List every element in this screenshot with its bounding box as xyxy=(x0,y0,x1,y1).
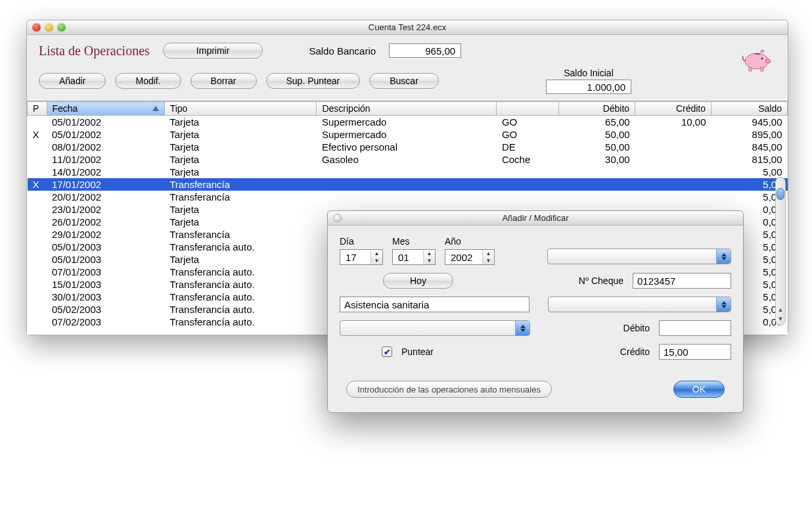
cell-fecha: 05/01/2002 xyxy=(47,116,164,129)
scroll-up-icon[interactable]: ▲ xyxy=(777,305,784,314)
subcategory-dropdown[interactable] xyxy=(340,320,530,336)
ok-button[interactable]: OK xyxy=(673,381,725,398)
stepper-up-icon[interactable]: ▲ xyxy=(371,250,382,257)
svg-rect-5 xyxy=(755,53,760,55)
cell-desc: Supermercado xyxy=(317,128,497,141)
col-tipo[interactable]: Tipo xyxy=(164,102,317,116)
scroll-thumb[interactable] xyxy=(777,188,784,200)
puntear-checkbox[interactable]: ✔ xyxy=(382,347,392,357)
cell-desc xyxy=(317,166,497,178)
col-fecha-label: Fecha xyxy=(53,103,78,114)
zoom-icon[interactable] xyxy=(57,23,66,32)
initial-balance-value[interactable]: 1.000,00 xyxy=(546,80,631,94)
col-fecha[interactable]: Fecha xyxy=(47,102,164,116)
cell-cat: Coche xyxy=(497,153,559,166)
delete-button[interactable]: Borrar xyxy=(191,73,257,89)
minimize-icon[interactable] xyxy=(45,23,53,32)
cell-fecha: 08/01/2002 xyxy=(47,141,164,153)
dialog-title: Añadir / Modificar xyxy=(328,213,743,223)
cheque-input[interactable] xyxy=(633,273,731,289)
year-input[interactable] xyxy=(449,251,482,264)
cell-p xyxy=(28,266,47,278)
cell-p xyxy=(28,303,47,316)
cell-deb xyxy=(559,191,635,203)
bank-balance-label: Saldo Bancario xyxy=(309,45,376,57)
table-row[interactable]: 14/01/2002Tarjeta5,00 xyxy=(28,166,788,178)
col-p[interactable]: P xyxy=(28,102,47,116)
col-cat[interactable] xyxy=(497,102,559,116)
vertical-scrollbar[interactable]: ▲ ▼ xyxy=(775,177,786,325)
description-input[interactable] xyxy=(340,297,530,312)
search-button[interactable]: Buscar xyxy=(369,73,439,89)
table-row[interactable]: X17/01/2002Transferancía5,00 xyxy=(28,178,788,191)
cell-p: X xyxy=(28,128,47,141)
cell-cred xyxy=(635,153,711,166)
cell-fecha: 17/01/2002 xyxy=(47,178,164,191)
dialog-close-icon[interactable] xyxy=(333,214,342,222)
table-row[interactable]: 20/01/2002Transferancía5,00 xyxy=(28,191,788,203)
table-row[interactable]: X05/01/2002TarjetaSupermercadoGO50,00895… xyxy=(28,128,788,141)
sup-puntear-button[interactable]: Sup. Puntear xyxy=(266,73,361,89)
year-label: Año xyxy=(445,236,461,247)
col-debito[interactable]: Débito xyxy=(559,102,635,116)
svg-rect-4 xyxy=(761,68,763,71)
table-row[interactable]: 11/01/2002TarjetaGasoleoCoche30,00815,00 xyxy=(28,153,788,166)
year-stepper[interactable]: ▲▼ xyxy=(445,249,495,265)
category-dropdown[interactable] xyxy=(548,297,731,312)
add-button[interactable]: Añadir xyxy=(39,73,106,89)
credit-label: Crédito xyxy=(604,347,650,357)
cell-tipo: Transferancía auto. xyxy=(164,316,317,328)
cell-tipo: Transferancía auto. xyxy=(164,278,317,291)
cell-tipo: Tarjeta xyxy=(164,141,317,153)
modify-button[interactable]: Modif. xyxy=(115,73,181,89)
stepper-down-icon[interactable]: ▼ xyxy=(483,257,494,264)
cell-p: X xyxy=(28,178,47,191)
col-credito[interactable]: Crédito xyxy=(635,102,711,116)
type-dropdown[interactable] xyxy=(547,249,731,264)
cell-cred xyxy=(635,128,711,141)
page-title: Lista de Operaciones xyxy=(39,43,150,59)
day-stepper[interactable]: ▲▼ xyxy=(340,249,383,265)
bank-balance-value: 965,00 xyxy=(389,43,461,58)
stepper-down-icon[interactable]: ▼ xyxy=(371,257,382,264)
debit-label: Débito xyxy=(604,323,650,333)
cheque-label: Nº Cheque xyxy=(579,275,623,286)
col-descripcion[interactable]: Descripción xyxy=(317,102,497,116)
dialog-titlebar[interactable]: Añadir / Modificar xyxy=(328,211,743,226)
cell-p xyxy=(28,166,47,178)
puntear-label: Puntear xyxy=(401,347,434,357)
month-label: Mes xyxy=(392,236,409,247)
cell-p xyxy=(28,191,47,203)
cell-tipo: Transferancía xyxy=(164,178,317,191)
cell-deb xyxy=(559,178,635,191)
month-input[interactable] xyxy=(397,251,423,264)
titlebar[interactable]: Cuenta Test 224.ecx xyxy=(27,20,788,35)
cell-p xyxy=(28,216,47,228)
table-row[interactable]: 05/01/2002TarjetaSupermercadoGO65,0010,0… xyxy=(28,116,788,129)
cell-fecha: 29/01/2002 xyxy=(47,228,164,241)
month-stepper[interactable]: ▲▼ xyxy=(392,249,436,265)
print-button[interactable]: Imprimir xyxy=(163,43,263,59)
cell-p xyxy=(28,253,47,266)
cell-deb: 50,00 xyxy=(559,141,635,153)
stepper-up-icon[interactable]: ▲ xyxy=(424,250,435,257)
debit-input[interactable] xyxy=(659,320,731,336)
stepper-up-icon[interactable]: ▲ xyxy=(483,250,494,257)
day-input[interactable] xyxy=(344,251,371,264)
table-row[interactable]: 08/01/2002TarjetaEfectivo personalDE50,0… xyxy=(28,141,788,153)
col-saldo[interactable]: Saldo xyxy=(711,102,788,116)
cell-desc: Efectivo personal xyxy=(317,141,497,153)
today-button[interactable]: Hoy xyxy=(383,273,453,289)
scroll-down-icon[interactable]: ▼ xyxy=(777,314,784,323)
cell-deb xyxy=(559,166,635,178)
stepper-down-icon[interactable]: ▼ xyxy=(424,257,435,264)
credit-input[interactable] xyxy=(659,344,731,360)
cell-saldo: 895,00 xyxy=(711,128,788,141)
cell-fecha: 07/02/2003 xyxy=(47,316,164,328)
monthly-ops-button[interactable]: Introducción de las operaciones auto men… xyxy=(346,381,552,398)
cell-tipo: Transferancía auto. xyxy=(164,291,317,303)
cell-p xyxy=(28,141,47,153)
cell-fecha: 05/01/2002 xyxy=(47,128,164,141)
close-icon[interactable] xyxy=(32,23,41,32)
cell-tipo: Transferancía auto. xyxy=(164,303,317,316)
